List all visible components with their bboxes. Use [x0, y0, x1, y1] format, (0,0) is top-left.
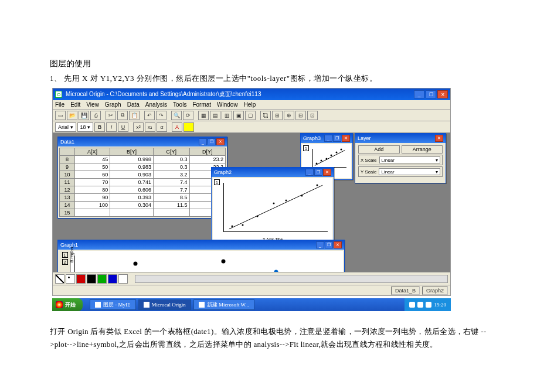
cell[interactable]: 0.741	[110, 179, 154, 186]
tray-icon[interactable]	[409, 302, 415, 308]
graph3-plot[interactable]	[312, 149, 346, 168]
data1-minimize-button[interactable]: _	[199, 138, 207, 145]
cell[interactable]: 0.903	[110, 171, 154, 179]
cell[interactable]: 80	[75, 186, 110, 194]
yscale-combo[interactable]: Linear▾	[379, 168, 440, 175]
cell[interactable]: 11.5	[154, 202, 189, 209]
col-header-d[interactable]: D[Y]	[189, 148, 225, 156]
graph1-window[interactable]: Graph1 _ ❐ ✕ 1 2 B region	[57, 240, 345, 272]
layer-add-button[interactable]: Add	[358, 145, 400, 154]
tray-icon[interactable]	[417, 302, 423, 308]
font-combo[interactable]: Arial ▾	[55, 122, 76, 132]
cell[interactable]: 7.7	[154, 186, 189, 194]
col-header-c[interactable]: C[Y]	[154, 148, 189, 156]
row-head[interactable]: 11	[60, 179, 75, 186]
data1-titlebar[interactable]: Data1 _ ❐ ✕	[58, 137, 227, 146]
system-tray[interactable]: 15:20	[405, 298, 451, 311]
size-combo[interactable]: 18 ▾	[77, 122, 94, 132]
col-header-a[interactable]: A[X]	[75, 148, 110, 156]
paste-icon[interactable]: 📋	[129, 111, 140, 120]
graph2-body[interactable]: 1 X Axis Title	[213, 178, 332, 243]
graph3-layer-badge[interactable]: 1	[303, 145, 309, 151]
line-plot-icon[interactable]	[55, 274, 64, 284]
cell[interactable]: 8.5	[154, 194, 189, 202]
text-color-icon[interactable]: A	[172, 122, 182, 132]
clock[interactable]: 15:20	[434, 302, 446, 308]
undo-icon[interactable]: ↶	[144, 111, 155, 120]
close-button[interactable]: ✕	[437, 90, 448, 98]
superscript-icon[interactable]: x²	[133, 122, 144, 132]
cell[interactable]: 7.4	[154, 179, 189, 186]
new-matrix-icon[interactable]: ▥	[222, 111, 232, 120]
menu-edit[interactable]: Edit	[70, 101, 80, 108]
graph1-maximize-button[interactable]: ❐	[325, 241, 333, 248]
merge-icon[interactable]: ⊡	[307, 111, 318, 120]
cell[interactable]: 0.304	[110, 202, 154, 209]
row-head[interactable]: 10	[60, 171, 75, 179]
layer-dialog-close-button[interactable]: ✕	[435, 135, 443, 142]
underline-icon[interactable]: U	[118, 122, 128, 132]
greek-icon[interactable]: α	[157, 122, 167, 132]
cut-icon[interactable]: ✂	[106, 111, 116, 120]
green-swatch-icon[interactable]	[97, 274, 107, 284]
black-swatch-icon[interactable]	[87, 274, 96, 284]
zoom-icon[interactable]: 🔍	[171, 111, 182, 120]
duplicate-icon[interactable]: ⿻	[260, 111, 271, 120]
row-head[interactable]: 14	[60, 202, 75, 209]
graph1-plot[interactable]: B region	[71, 251, 343, 272]
graph1-layer-tabs[interactable]: 1 2	[59, 251, 71, 272]
copy-icon[interactable]: ⧉	[117, 111, 128, 120]
subscript-icon[interactable]: x₂	[145, 122, 155, 132]
row-head[interactable]: 8	[60, 156, 75, 163]
layer-tool-icon[interactable]: ⊞	[272, 111, 283, 120]
menu-analysis[interactable]: Analysis	[145, 101, 167, 108]
taskbar-item-myie[interactable]: 图层 - MyIE	[90, 299, 136, 310]
col-header-b[interactable]: B[Y]	[110, 148, 154, 156]
new-layout-icon[interactable]: ▣	[233, 111, 244, 120]
graph1-body[interactable]: 1 2 B region	[59, 251, 343, 272]
row-head[interactable]: 15	[60, 209, 75, 217]
graph2-window[interactable]: Graph2 _ ❐ ✕ 1	[211, 167, 334, 244]
fill-color-icon[interactable]	[183, 122, 194, 132]
new-notes-icon[interactable]: ▢	[245, 111, 256, 120]
xscale-combo[interactable]: Linear▾	[379, 156, 440, 163]
minimize-button[interactable]: _	[414, 90, 424, 98]
graph1-titlebar[interactable]: Graph1 _ ❐ ✕	[58, 240, 344, 250]
add-layer-icon[interactable]: ⊕	[284, 111, 294, 120]
cell[interactable]: 45	[75, 156, 110, 163]
cell[interactable]: 0.3	[154, 156, 189, 163]
menu-file[interactable]: File	[55, 101, 64, 108]
save-icon[interactable]: 💾	[79, 111, 89, 120]
row-head[interactable]: 12	[60, 186, 75, 194]
tray-icon[interactable]	[426, 302, 431, 308]
bottom-scrollbar[interactable]	[135, 275, 448, 283]
cell[interactable]: 70	[75, 179, 110, 186]
taskbar-item-word[interactable]: 新建 Microsoft W...	[193, 299, 254, 310]
cell[interactable]: 90	[75, 194, 110, 202]
menu-window[interactable]: Window	[217, 101, 238, 108]
graph3-minimize-button[interactable]: _	[324, 135, 332, 142]
cell[interactable]: 0.983	[110, 163, 154, 171]
layer-dialog[interactable]: Layer ✕ Add Arrange X Scale Linear▾ Y Sc…	[355, 133, 446, 183]
open-icon[interactable]: 📂	[67, 111, 77, 120]
graph3-titlebar[interactable]: Graph3 _ ❐ ✕	[301, 134, 352, 143]
cell[interactable]: 0.998	[110, 156, 154, 163]
print-icon[interactable]: ⎙	[90, 111, 101, 120]
layer-arrange-button[interactable]: Arrange	[402, 145, 443, 154]
graph2-layer-badge[interactable]: 1	[214, 179, 220, 185]
cell[interactable]	[110, 209, 154, 217]
new-icon[interactable]: ▭	[55, 111, 66, 120]
cell[interactable]: 23.2	[189, 156, 225, 163]
new-graph-icon[interactable]: ▤	[210, 111, 220, 120]
graph1-close-button[interactable]: ✕	[334, 241, 342, 248]
scatter-plot-icon[interactable]	[66, 274, 75, 284]
menu-format[interactable]: Format	[192, 101, 211, 108]
cell[interactable]: 60	[75, 171, 110, 179]
data1-window[interactable]: Data1 _ ❐ ✕ A[X] B[Y] C[Y]	[57, 137, 227, 219]
cell[interactable]	[154, 209, 189, 217]
graph2-close-button[interactable]: ✕	[323, 169, 331, 176]
graph2-minimize-button[interactable]: _	[305, 169, 314, 176]
cell[interactable]: 100	[75, 202, 110, 209]
col-header-blank[interactable]	[60, 148, 75, 156]
bold-icon[interactable]: B	[94, 122, 105, 132]
